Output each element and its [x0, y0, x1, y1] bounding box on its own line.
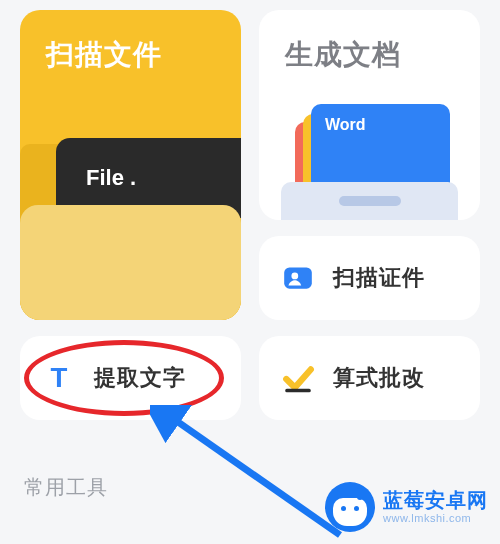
document-stack-illustration: Word	[281, 104, 458, 220]
formula-check-card[interactable]: 算式批改	[259, 336, 480, 420]
watermark-mascot-icon	[325, 482, 375, 532]
checkmark-icon	[281, 361, 315, 395]
watermark-site-name: 蓝莓安卓网	[383, 489, 488, 512]
watermark: 蓝莓安卓网 www.lmkshi.com	[325, 482, 488, 532]
watermark-site-url: www.lmkshi.com	[383, 512, 488, 525]
svg-rect-3	[285, 389, 311, 393]
formula-check-label: 算式批改	[333, 363, 425, 393]
id-card-icon	[281, 261, 315, 295]
scan-files-title: 扫描文件	[46, 36, 162, 74]
svg-point-1	[291, 272, 298, 279]
generate-document-title: 生成文档	[285, 36, 401, 74]
folder-illustration: File .	[20, 155, 241, 320]
scan-id-label: 扫描证件	[333, 263, 425, 293]
extract-text-card[interactable]: T 提取文字	[20, 336, 241, 420]
scan-id-card[interactable]: 扫描证件	[259, 236, 480, 320]
scan-files-card[interactable]: 扫描文件 File .	[20, 10, 241, 320]
svg-text:T: T	[51, 362, 68, 393]
text-t-icon: T	[42, 361, 76, 395]
generate-document-card[interactable]: 生成文档 Word	[259, 10, 480, 220]
extract-text-label: 提取文字	[94, 363, 186, 393]
